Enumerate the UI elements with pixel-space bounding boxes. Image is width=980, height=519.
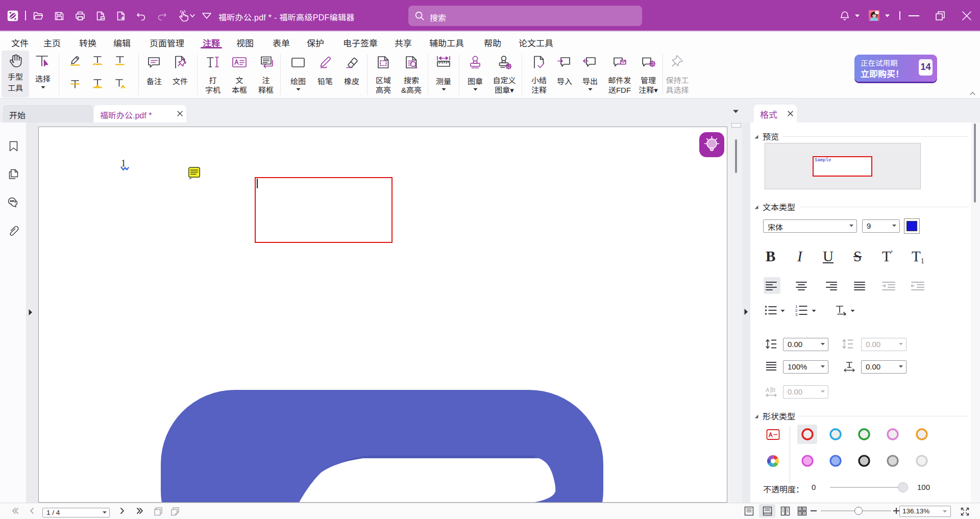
svg-text:3: 3 <box>795 312 798 316</box>
svg-text:B: B <box>772 387 775 393</box>
svg-text:A: A <box>766 387 770 393</box>
